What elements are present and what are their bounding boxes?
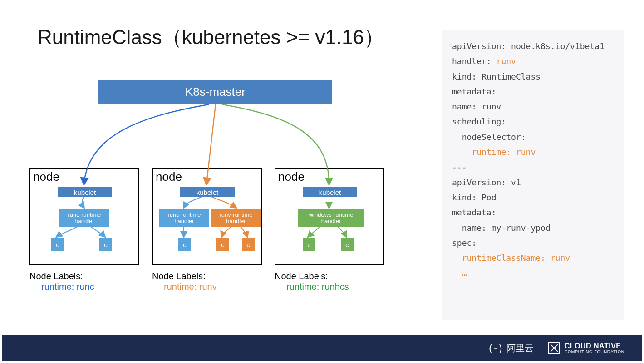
- container-cell: c: [178, 238, 191, 251]
- node-labels-1: Node Labels: runtime: runc: [29, 271, 94, 292]
- code-highlight: runtime: runv: [452, 147, 536, 157]
- cncf-logo: CLOUD NATIVE COMPUTING FOUNDATION: [548, 342, 624, 354]
- code-line: ---: [452, 162, 467, 172]
- code-line: apiVersion: v1: [452, 178, 521, 187]
- page-title: RuntimeClass（kubernetes >= v1.16）: [38, 24, 384, 51]
- node-labels-title: Node Labels:: [152, 271, 206, 281]
- yaml-code-block: apiVersion: node.k8s.io/v1beta1 handler:…: [442, 30, 624, 320]
- cncf-subtitle: COMPUTING FOUNDATION: [565, 350, 624, 354]
- container-cell: c: [303, 238, 315, 251]
- code-highlight: runv: [497, 56, 516, 66]
- aliyun-text: 阿里云: [506, 342, 534, 354]
- node-labels-title: Node Labels:: [29, 271, 83, 281]
- cncf-title: CLOUD NATIVE: [565, 343, 624, 350]
- code-line: kind: Pod: [452, 193, 497, 202]
- k8s-master-box: K8s-master: [98, 80, 332, 104]
- code-highlight: runtimeClassName: runv: [452, 253, 570, 263]
- kubelet-box: kubelet: [58, 187, 112, 197]
- code-line: name: runv: [452, 102, 501, 111]
- node-labels-value: runtime: runhcs: [275, 282, 349, 292]
- node-labels-value: runtime: runc: [29, 282, 94, 292]
- windows-handler: windows-runtime handler: [298, 209, 364, 227]
- node-label: node: [33, 170, 59, 184]
- node-labels-2: Node Labels: runtime: runv: [152, 271, 217, 292]
- node-label: node: [278, 170, 305, 184]
- code-line: name: my-runv-ypod: [452, 223, 551, 233]
- aliyun-logo: (-) 阿里云: [487, 342, 534, 354]
- aliyun-bracket-icon: (-): [487, 343, 503, 354]
- cncf-text: CLOUD NATIVE COMPUTING FOUNDATION: [565, 343, 624, 354]
- code-line: nodeSelector:: [452, 132, 526, 142]
- container-cell: c: [341, 238, 354, 251]
- container-cell: c: [99, 238, 112, 251]
- cncf-square-icon: [548, 342, 560, 354]
- runc-handler: runc-runtime handler: [159, 209, 209, 227]
- code-line: metadata:: [452, 208, 497, 217]
- node-labels-title: Node Labels:: [275, 271, 328, 281]
- slide: RuntimeClass（kubernetes >= v1.16） K8s-ma…: [2, 2, 642, 361]
- container-cell: c: [51, 238, 64, 251]
- node-labels-value: runtime: runv: [152, 282, 217, 292]
- code-line: apiVersion: node.k8s.io/v1beta1: [452, 41, 605, 51]
- code-line: kind: RuntimeClass: [452, 72, 541, 81]
- footer-bar: (-) 阿里云 CLOUD NATIVE COMPUTING FOUNDATIO…: [2, 335, 642, 361]
- node-1: node kubelet runc-runtime handler c c: [29, 168, 139, 265]
- code-highlight: …: [452, 268, 467, 278]
- node-labels-3: Node Labels: runtime: runhcs: [275, 271, 349, 292]
- kubelet-box: kubelet: [180, 187, 235, 197]
- node-2: node kubelet runc-runtime handler runv-r…: [152, 168, 262, 265]
- container-cell: c: [242, 238, 255, 251]
- code-line: scheduling:: [452, 117, 506, 126]
- code-line: metadata:: [452, 87, 497, 96]
- kubelet-box: kubelet: [303, 187, 357, 197]
- node-3: node kubelet windows-runtime handler c c: [275, 168, 384, 265]
- code-line: spec:: [452, 238, 477, 248]
- node-label: node: [156, 170, 182, 184]
- container-cell: c: [216, 238, 229, 251]
- runv-handler: runv-runtime handler: [211, 209, 261, 227]
- code-line: handler:: [452, 56, 497, 66]
- runc-handler: runc-runtime handler: [59, 209, 109, 227]
